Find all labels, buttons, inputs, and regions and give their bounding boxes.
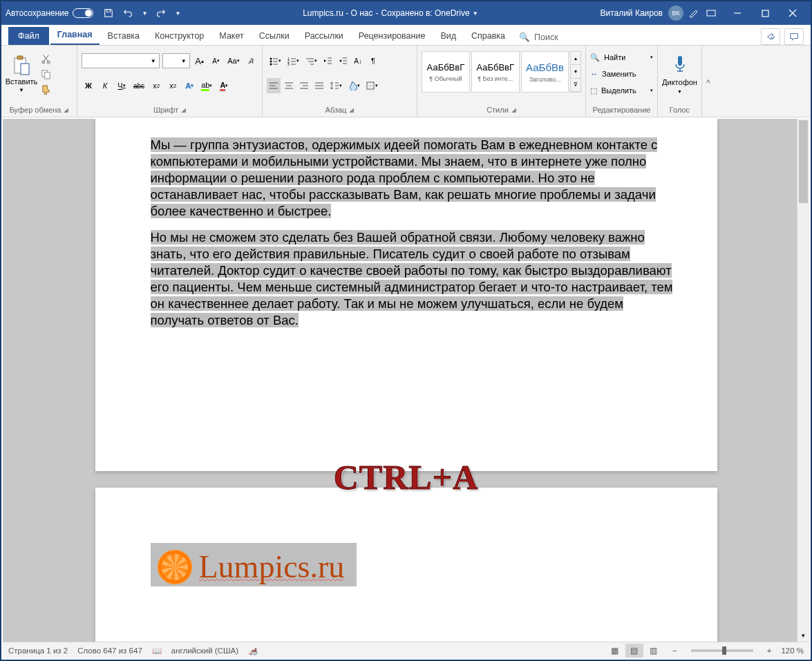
align-left-icon[interactable] bbox=[267, 78, 281, 93]
print-layout-icon[interactable]: ▤ bbox=[625, 644, 643, 658]
line-spacing-icon[interactable]: ▾ bbox=[328, 78, 344, 93]
save-icon[interactable] bbox=[103, 8, 114, 19]
para-launcher-icon[interactable]: ◢ bbox=[349, 106, 354, 113]
tab-home[interactable]: Главная bbox=[50, 26, 100, 45]
tab-layout[interactable]: Макет bbox=[212, 27, 250, 45]
toggle-switch[interactable] bbox=[73, 8, 93, 18]
subscript-button[interactable]: x2 bbox=[149, 78, 163, 93]
bullets-icon[interactable]: ▾ bbox=[267, 53, 283, 68]
decrease-indent-icon[interactable] bbox=[321, 53, 334, 68]
draw-mode-icon[interactable] bbox=[689, 8, 700, 19]
title-dropdown-icon[interactable]: ▼ bbox=[473, 10, 478, 17]
cut-icon[interactable] bbox=[40, 53, 51, 64]
accessibility-icon[interactable]: 🦽 bbox=[248, 646, 258, 655]
dictate-button[interactable]: Диктофон ▼ bbox=[662, 48, 697, 99]
scroll-down-icon[interactable]: ▾ bbox=[797, 629, 809, 642]
document-area[interactable]: Мы — группа энтузиастов, одержимых идеей… bbox=[3, 119, 809, 642]
tab-view[interactable]: Вид bbox=[433, 27, 463, 45]
tab-review[interactable]: Рецензирование bbox=[352, 27, 433, 45]
status-page[interactable]: Страница 1 из 2 bbox=[8, 646, 68, 655]
sort-icon[interactable]: A↓ bbox=[351, 53, 365, 68]
styles-launcher-icon[interactable]: ◢ bbox=[511, 106, 516, 113]
text-effects-icon[interactable]: A▾ bbox=[182, 78, 196, 93]
autosave-toggle[interactable]: Автосохранение bbox=[6, 8, 93, 18]
gallery-down-icon[interactable]: ▾ bbox=[571, 65, 580, 78]
find-button[interactable]: 🔍Найти▾ bbox=[590, 50, 653, 64]
align-right-icon[interactable] bbox=[297, 78, 311, 93]
font-name-select[interactable]: ▼ bbox=[82, 53, 160, 68]
select-button[interactable]: ⬚Выделить▾ bbox=[590, 84, 653, 97]
paste-button[interactable]: Вставить ▼ bbox=[6, 48, 37, 99]
spellcheck-icon[interactable]: 📖 bbox=[152, 646, 162, 655]
bold-button[interactable]: Ж bbox=[82, 78, 95, 93]
paragraph-1[interactable]: Мы — группа энтузиастов, одержимых идеей… bbox=[151, 137, 676, 220]
shading-icon[interactable]: ▾ bbox=[346, 78, 362, 93]
grow-font-icon[interactable]: A▴ bbox=[193, 53, 207, 68]
change-case-icon[interactable]: Aa▾ bbox=[226, 53, 241, 68]
replace-button[interactable]: ↔Заменить bbox=[590, 67, 653, 81]
show-marks-icon[interactable]: ¶ bbox=[366, 53, 380, 68]
maximize-button[interactable] bbox=[751, 1, 779, 25]
font-size-select[interactable]: ▼ bbox=[162, 53, 190, 68]
font-color-icon[interactable]: A▾ bbox=[217, 78, 231, 93]
vertical-scrollbar[interactable]: ▴ ▾ bbox=[797, 119, 809, 642]
minimize-button[interactable] bbox=[724, 1, 751, 25]
increase-indent-icon[interactable] bbox=[336, 53, 350, 68]
highlight-icon[interactable]: ab▾ bbox=[199, 78, 214, 93]
qat-customize-icon[interactable]: ▼ bbox=[175, 10, 180, 17]
italic-button[interactable]: К bbox=[98, 78, 112, 93]
user-name[interactable]: Виталий Каиров bbox=[600, 8, 663, 18]
paragraph-2[interactable]: Но мы не сможем это сделать без Вашей об… bbox=[151, 229, 676, 329]
undo-dropdown-icon[interactable]: ▼ bbox=[142, 10, 147, 17]
status-words[interactable]: Слово 647 из 647 bbox=[77, 646, 142, 655]
close-button[interactable] bbox=[779, 1, 806, 25]
justify-icon[interactable] bbox=[312, 78, 326, 93]
styles-gallery-scroll[interactable]: ▴▾⊽ bbox=[570, 51, 581, 93]
search-box[interactable]: 🔍 Поиск bbox=[513, 29, 564, 45]
share-button[interactable] bbox=[761, 28, 780, 45]
scroll-thumb[interactable] bbox=[799, 120, 808, 203]
copy-icon[interactable] bbox=[40, 68, 51, 79]
style-no-spacing[interactable]: АаБбВвГ¶ Без инте... bbox=[471, 51, 520, 93]
user-avatar[interactable]: ВК bbox=[668, 6, 683, 21]
align-center-icon[interactable] bbox=[282, 78, 296, 93]
style-heading1[interactable]: АаБбВвЗаголово... bbox=[521, 51, 569, 93]
superscript-button[interactable]: x2 bbox=[166, 78, 180, 93]
comments-button[interactable] bbox=[784, 28, 804, 45]
web-layout-icon[interactable]: ▥ bbox=[645, 644, 663, 658]
font-launcher-icon[interactable]: ◢ bbox=[181, 106, 186, 113]
clear-formatting-icon[interactable]: A̷ bbox=[244, 53, 258, 68]
multilevel-list-icon[interactable]: ▾ bbox=[303, 53, 319, 68]
undo-icon[interactable] bbox=[122, 8, 133, 19]
page-1[interactable]: Мы — группа энтузиастов, одержимых идеей… bbox=[95, 119, 717, 471]
borders-icon[interactable]: ▾ bbox=[363, 78, 380, 93]
logo-block[interactable]: Lumpics.ru bbox=[151, 543, 357, 586]
gallery-up-icon[interactable]: ▴ bbox=[571, 52, 580, 65]
zoom-level[interactable]: 120 % bbox=[781, 646, 804, 655]
collapse-ribbon-button[interactable]: ^ bbox=[702, 46, 719, 117]
coming-soon-icon[interactable] bbox=[706, 8, 717, 19]
format-painter-icon[interactable] bbox=[40, 84, 51, 95]
clipboard-launcher-icon[interactable]: ◢ bbox=[64, 106, 68, 113]
saved-location[interactable]: Сохранено в: OneDrive bbox=[381, 8, 469, 18]
svg-rect-6 bbox=[21, 64, 29, 75]
zoom-in-button[interactable]: + bbox=[767, 646, 772, 655]
strikethrough-button[interactable]: abc bbox=[131, 78, 147, 93]
underline-button[interactable]: Ч▾ bbox=[115, 78, 129, 93]
read-mode-icon[interactable]: ▦ bbox=[606, 644, 624, 658]
tab-file[interactable]: Файл bbox=[8, 27, 49, 45]
zoom-slider[interactable] bbox=[691, 649, 753, 652]
tab-references[interactable]: Ссылки bbox=[252, 27, 296, 45]
style-normal[interactable]: АаБбВвГ¶ Обычный bbox=[422, 51, 470, 93]
page-2[interactable]: Lumpics.ru bbox=[95, 488, 717, 642]
redo-icon[interactable] bbox=[155, 8, 167, 19]
tab-design[interactable]: Конструктор bbox=[148, 27, 211, 45]
tab-mailings[interactable]: Рассылки bbox=[298, 27, 350, 45]
gallery-more-icon[interactable]: ⊽ bbox=[571, 79, 580, 92]
tab-insert[interactable]: Вставка bbox=[101, 27, 147, 45]
shrink-font-icon[interactable]: A▾ bbox=[209, 53, 223, 68]
numbering-icon[interactable]: 123▾ bbox=[285, 53, 301, 68]
status-language[interactable]: английский (США) bbox=[171, 646, 238, 655]
tab-help[interactable]: Справка bbox=[464, 27, 512, 45]
zoom-out-button[interactable]: − bbox=[672, 646, 677, 655]
